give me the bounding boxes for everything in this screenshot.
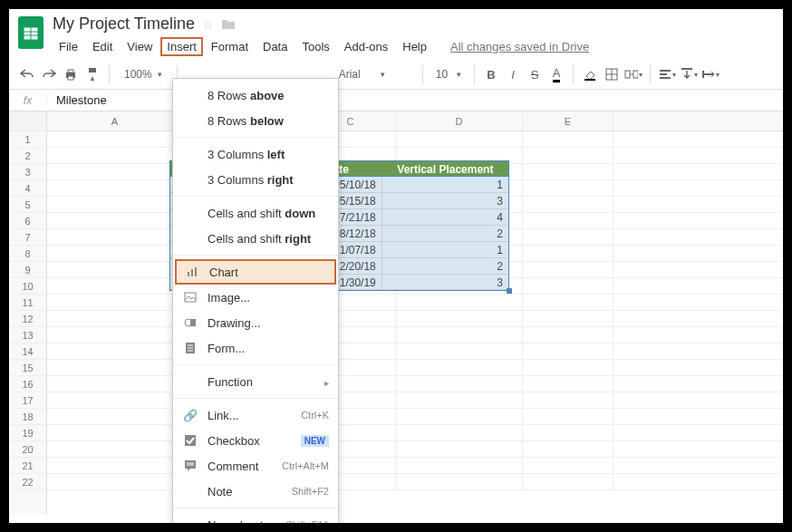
cell-vertical[interactable]: 4 <box>382 209 508 226</box>
checkbox-icon <box>182 432 198 449</box>
menu-tools[interactable]: Tools <box>295 37 335 56</box>
menu-cells-down[interactable]: Cells and shift down <box>173 200 338 226</box>
svg-rect-24 <box>195 267 197 276</box>
menu-comment[interactable]: CommentCtrl+Alt+M <box>173 453 338 479</box>
row-header[interactable]: 15 <box>9 360 46 376</box>
row-header[interactable]: 5 <box>9 197 46 213</box>
menu-insert[interactable]: Insert <box>160 37 203 56</box>
row-header[interactable]: 17 <box>9 392 46 409</box>
row-header[interactable]: 6 <box>9 213 46 229</box>
menu-form[interactable]: Form... <box>173 335 338 361</box>
menu-rows-above[interactable]: 8 Rows above <box>173 82 338 108</box>
save-status[interactable]: All changes saved in Drive <box>444 37 595 56</box>
row-header[interactable]: 19 <box>9 425 46 441</box>
menu-chart[interactable]: Chart <box>175 259 336 285</box>
redo-icon[interactable] <box>40 65 58 83</box>
row-header[interactable]: 7 <box>9 229 46 246</box>
merge-button[interactable]: ▾ <box>624 65 642 83</box>
row-header[interactable]: 4 <box>9 180 46 197</box>
menu-checkbox[interactable]: CheckboxNEW <box>173 428 338 453</box>
row-header[interactable]: 21 <box>9 458 46 474</box>
menu-cells-right[interactable]: Cells and shift right <box>173 226 338 251</box>
print-icon[interactable] <box>62 65 80 83</box>
col-header-a[interactable]: A <box>47 111 183 131</box>
insert-menu-dropdown: 8 Rows above 8 Rows below 3 Columns left… <box>172 78 339 523</box>
valign-button[interactable]: ▾ <box>680 65 698 83</box>
row-header[interactable]: 8 <box>9 246 46 262</box>
svg-rect-15 <box>633 71 638 78</box>
star-icon[interactable]: ☆ <box>202 17 214 32</box>
cell-vertical[interactable]: 2 <box>382 258 508 275</box>
menu-rows-below[interactable]: 8 Rows below <box>173 108 338 133</box>
menu-view[interactable]: View <box>121 37 159 56</box>
row-header[interactable]: 14 <box>9 343 46 360</box>
fill-color-button[interactable] <box>581 65 599 83</box>
italic-button[interactable]: I <box>504 65 522 83</box>
row-header[interactable]: 20 <box>9 441 46 458</box>
spreadsheet-grid[interactable]: A B C D E Milestone Date Vertical Placem… <box>47 111 783 515</box>
svg-rect-25 <box>185 293 196 302</box>
row-header[interactable]: 3 <box>9 164 46 180</box>
menu-help[interactable]: Help <box>396 37 433 56</box>
zoom-select[interactable]: 100% ▾ <box>117 68 169 81</box>
row-header[interactable]: 18 <box>9 409 46 425</box>
menu-format[interactable]: Format <box>205 37 255 56</box>
doc-title[interactable]: My Project Timeline <box>53 15 195 34</box>
font-size-value: 10 <box>436 68 448 81</box>
row-header[interactable]: 1 <box>9 131 46 148</box>
selection-handle[interactable] <box>507 288 512 294</box>
row-header[interactable]: 11 <box>9 295 46 311</box>
wrap-button[interactable]: ▾ <box>701 65 720 83</box>
menu-edit[interactable]: Edit <box>86 37 119 56</box>
row-header[interactable]: 10 <box>9 278 46 295</box>
folder-move-icon[interactable] <box>221 18 236 31</box>
row-header[interactable]: 12 <box>9 311 46 327</box>
menu-cols-right[interactable]: 3 Columns right <box>173 167 338 192</box>
row-header[interactable]: 2 <box>9 148 46 164</box>
menu-data[interactable]: Data <box>256 37 294 56</box>
menu-note[interactable]: NoteShift+F2 <box>173 479 338 504</box>
table-header-vertical[interactable]: Vertical Placement <box>382 161 508 176</box>
strike-button[interactable]: S <box>526 65 544 83</box>
cell-vertical[interactable]: 2 <box>382 226 508 242</box>
svg-rect-27 <box>190 319 196 326</box>
menu-addons[interactable]: Add-ons <box>338 37 394 56</box>
col-header-d[interactable]: D <box>396 111 523 131</box>
font-size-select[interactable]: 10▾ <box>430 68 467 81</box>
link-icon: 🔗 <box>182 407 198 423</box>
text-color-button[interactable]: A <box>547 65 565 83</box>
sheets-logo <box>16 15 45 51</box>
menu-file[interactable]: File <box>53 37 84 56</box>
menu-drawing[interactable]: Drawing... <box>173 310 338 335</box>
font-select[interactable]: Arial▾ <box>333 68 415 81</box>
cell-vertical[interactable]: 1 <box>382 177 508 193</box>
row-header[interactable]: 9 <box>9 262 46 278</box>
image-icon <box>182 289 198 305</box>
menu-new-sheet[interactable]: New sheetShift+F11 <box>173 512 338 523</box>
new-badge: NEW <box>301 435 329 447</box>
row-header[interactable]: 16 <box>9 376 46 392</box>
svg-rect-7 <box>68 70 73 73</box>
borders-button[interactable] <box>603 65 621 83</box>
menu-cols-left[interactable]: 3 Columns left <box>173 141 338 167</box>
svg-rect-8 <box>68 76 73 80</box>
comment-icon <box>182 458 198 474</box>
menu-image[interactable]: Image... <box>173 285 338 310</box>
cell-vertical[interactable]: 3 <box>382 275 508 290</box>
menu-function[interactable]: Function <box>173 369 338 394</box>
paint-format-icon[interactable] <box>83 65 101 83</box>
submenu-arrow-icon <box>324 375 329 389</box>
menu-link[interactable]: 🔗Link...Ctrl+K <box>173 402 338 428</box>
font-value: Arial <box>339 68 361 81</box>
formula-bar[interactable]: Milestone <box>47 93 107 107</box>
halign-button[interactable]: ▾ <box>658 65 676 83</box>
undo-icon[interactable] <box>18 65 36 83</box>
row-header[interactable]: 22 <box>9 474 46 490</box>
cell-vertical[interactable]: 1 <box>382 242 508 258</box>
row-header[interactable]: 13 <box>9 327 46 343</box>
toolbar: 100% ▾ Arial▾ 10▾ B I S A ▾ ▾ ▾ ▾ <box>9 60 783 90</box>
col-header-e[interactable]: E <box>523 111 613 131</box>
svg-rect-9 <box>89 68 96 73</box>
bold-button[interactable]: B <box>482 65 500 83</box>
cell-vertical[interactable]: 3 <box>382 193 508 209</box>
